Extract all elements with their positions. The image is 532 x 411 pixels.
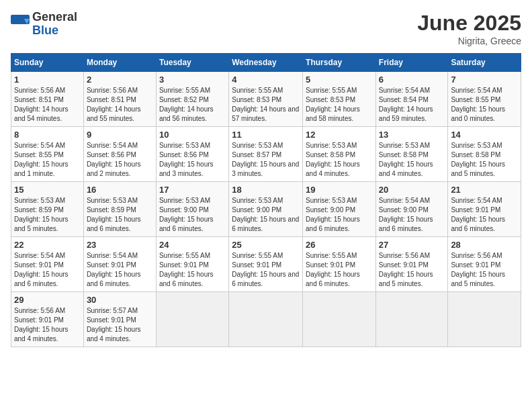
weekday-header: Thursday [303,54,376,72]
day-info: Sunrise: 5:54 AM Sunset: 9:01 PM Dayligh… [14,251,81,289]
day-info: Sunrise: 5:55 AM Sunset: 9:01 PM Dayligh… [159,251,226,289]
day-number: 14 [451,130,518,140]
day-number: 16 [87,185,153,195]
day-info: Sunrise: 5:55 AM Sunset: 9:01 PM Dayligh… [306,251,373,289]
calendar-cell: 27 Sunrise: 5:56 AM Sunset: 9:01 PM Dayl… [375,237,448,292]
day-info: Sunrise: 5:53 AM Sunset: 8:59 PM Dayligh… [14,196,81,234]
day-number: 15 [14,185,81,195]
day-info: Sunrise: 5:54 AM Sunset: 9:01 PM Dayligh… [451,196,518,234]
calendar-header-row: SundayMondayTuesdayWednesdayThursdayFrid… [11,54,521,72]
day-number: 2 [87,75,153,85]
weekday-header: Tuesday [156,54,228,72]
page-header: General Blue June 2025 Nigrita, Greece [11,11,521,46]
day-number: 6 [379,75,445,85]
calendar-cell: 13 Sunrise: 5:53 AM Sunset: 8:58 PM Dayl… [375,127,448,182]
weekday-header: Friday [375,54,448,72]
calendar-cell [156,292,228,347]
calendar-cell: 8 Sunrise: 5:54 AM Sunset: 8:55 PM Dayli… [11,127,84,182]
day-number: 19 [306,185,373,195]
logo-general-text: General [32,11,77,24]
calendar-cell: 20 Sunrise: 5:54 AM Sunset: 9:00 PM Dayl… [375,182,448,237]
day-number: 9 [87,130,153,140]
day-number: 3 [159,75,226,85]
logo-blue-text: Blue [32,24,77,38]
calendar-table: SundayMondayTuesdayWednesdayThursdayFrid… [11,53,521,347]
day-info: Sunrise: 5:56 AM Sunset: 9:01 PM Dayligh… [379,251,445,289]
day-info: Sunrise: 5:54 AM Sunset: 8:55 PM Dayligh… [451,86,518,124]
day-info: Sunrise: 5:55 AM Sunset: 8:53 PM Dayligh… [306,86,373,124]
day-info: Sunrise: 5:53 AM Sunset: 8:58 PM Dayligh… [451,141,518,179]
calendar-cell [303,292,376,347]
calendar-cell: 4 Sunrise: 5:55 AM Sunset: 8:53 PM Dayli… [229,72,303,127]
weekday-header: Saturday [448,54,521,72]
day-number: 8 [14,130,81,140]
weekday-header: Wednesday [229,54,303,72]
day-number: 4 [232,75,300,85]
calendar-cell: 3 Sunrise: 5:55 AM Sunset: 8:52 PM Dayli… [156,72,228,127]
day-info: Sunrise: 5:53 AM Sunset: 8:58 PM Dayligh… [379,141,445,179]
calendar-cell: 25 Sunrise: 5:55 AM Sunset: 9:01 PM Dayl… [229,237,303,292]
calendar-cell [229,292,303,347]
logo: General Blue [11,11,77,38]
day-number: 7 [451,75,518,85]
day-number: 17 [159,185,226,195]
weekday-header: Monday [83,54,156,72]
day-info: Sunrise: 5:53 AM Sunset: 8:57 PM Dayligh… [232,141,300,179]
calendar-cell: 14 Sunrise: 5:53 AM Sunset: 8:58 PM Dayl… [448,127,521,182]
day-info: Sunrise: 5:53 AM Sunset: 8:58 PM Dayligh… [306,141,373,179]
day-info: Sunrise: 5:53 AM Sunset: 8:56 PM Dayligh… [159,141,226,179]
day-info: Sunrise: 5:56 AM Sunset: 9:01 PM Dayligh… [451,251,518,289]
day-number: 11 [232,130,300,140]
day-number: 24 [159,240,226,250]
day-info: Sunrise: 5:53 AM Sunset: 9:00 PM Dayligh… [159,196,226,234]
day-info: Sunrise: 5:56 AM Sunset: 8:51 PM Dayligh… [14,86,81,124]
calendar-cell: 7 Sunrise: 5:54 AM Sunset: 8:55 PM Dayli… [448,72,521,127]
day-info: Sunrise: 5:54 AM Sunset: 9:00 PM Dayligh… [379,196,445,234]
calendar-cell: 16 Sunrise: 5:53 AM Sunset: 8:59 PM Dayl… [83,182,156,237]
day-info: Sunrise: 5:53 AM Sunset: 9:00 PM Dayligh… [306,196,373,234]
calendar-cell: 26 Sunrise: 5:55 AM Sunset: 9:01 PM Dayl… [303,237,376,292]
calendar-cell: 23 Sunrise: 5:54 AM Sunset: 9:01 PM Dayl… [83,237,156,292]
calendar-cell: 18 Sunrise: 5:53 AM Sunset: 9:00 PM Dayl… [229,182,303,237]
calendar-cell: 29 Sunrise: 5:56 AM Sunset: 9:01 PM Dayl… [11,292,84,347]
calendar-cell: 22 Sunrise: 5:54 AM Sunset: 9:01 PM Dayl… [11,237,84,292]
day-number: 21 [451,185,518,195]
calendar-cell: 1 Sunrise: 5:56 AM Sunset: 8:51 PM Dayli… [11,72,84,127]
calendar-cell: 15 Sunrise: 5:53 AM Sunset: 8:59 PM Dayl… [11,182,84,237]
calendar-cell: 9 Sunrise: 5:54 AM Sunset: 8:56 PM Dayli… [83,127,156,182]
calendar-cell: 2 Sunrise: 5:56 AM Sunset: 8:51 PM Dayli… [83,72,156,127]
calendar-cell: 12 Sunrise: 5:53 AM Sunset: 8:58 PM Dayl… [303,127,376,182]
calendar-cell [375,292,448,347]
calendar-cell: 24 Sunrise: 5:55 AM Sunset: 9:01 PM Dayl… [156,237,228,292]
day-number: 29 [14,295,81,305]
calendar-week-row: 1 Sunrise: 5:56 AM Sunset: 8:51 PM Dayli… [11,72,521,127]
day-number: 23 [87,240,153,250]
title-area: June 2025 Nigrita, Greece [417,11,521,46]
calendar-cell: 17 Sunrise: 5:53 AM Sunset: 9:00 PM Dayl… [156,182,228,237]
day-info: Sunrise: 5:54 AM Sunset: 8:55 PM Dayligh… [14,141,81,179]
logo-icon [11,15,30,34]
day-info: Sunrise: 5:55 AM Sunset: 9:01 PM Dayligh… [232,251,300,289]
svg-rect-1 [11,24,30,34]
day-number: 1 [14,75,81,85]
calendar-week-row: 8 Sunrise: 5:54 AM Sunset: 8:55 PM Dayli… [11,127,521,182]
calendar-cell: 28 Sunrise: 5:56 AM Sunset: 9:01 PM Dayl… [448,237,521,292]
day-info: Sunrise: 5:57 AM Sunset: 9:01 PM Dayligh… [87,306,153,344]
calendar-cell [448,292,521,347]
calendar-cell: 19 Sunrise: 5:53 AM Sunset: 9:00 PM Dayl… [303,182,376,237]
calendar-week-row: 15 Sunrise: 5:53 AM Sunset: 8:59 PM Dayl… [11,182,521,237]
day-info: Sunrise: 5:56 AM Sunset: 9:01 PM Dayligh… [14,306,81,344]
calendar-week-row: 22 Sunrise: 5:54 AM Sunset: 9:01 PM Dayl… [11,237,521,292]
day-number: 25 [232,240,300,250]
day-number: 22 [14,240,81,250]
logo-text: General Blue [32,11,77,38]
day-number: 27 [379,240,445,250]
day-number: 10 [159,130,226,140]
calendar-cell: 11 Sunrise: 5:53 AM Sunset: 8:57 PM Dayl… [229,127,303,182]
day-info: Sunrise: 5:56 AM Sunset: 8:51 PM Dayligh… [87,86,153,124]
day-number: 26 [306,240,373,250]
day-info: Sunrise: 5:53 AM Sunset: 8:59 PM Dayligh… [87,196,153,234]
calendar-cell: 6 Sunrise: 5:54 AM Sunset: 8:54 PM Dayli… [375,72,448,127]
day-number: 28 [451,240,518,250]
day-info: Sunrise: 5:54 AM Sunset: 8:54 PM Dayligh… [379,86,445,124]
